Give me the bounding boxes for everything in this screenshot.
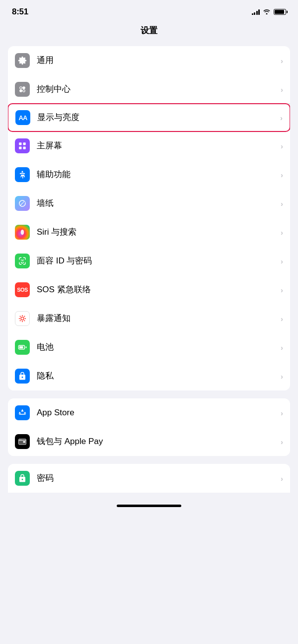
wallpaper-icon bbox=[15, 196, 30, 211]
settings-item-siri[interactable]: Siri 与搜索 › bbox=[8, 218, 290, 247]
chevron-icon: › bbox=[281, 438, 283, 446]
status-time: 8:51 bbox=[12, 7, 28, 17]
svg-rect-24 bbox=[19, 440, 22, 441]
settings-item-general[interactable]: 通用 › bbox=[8, 46, 290, 75]
general-icon bbox=[15, 53, 30, 68]
svg-point-8 bbox=[22, 171, 23, 173]
faceid-label: 面容 ID 与密码 bbox=[37, 256, 278, 266]
battery-icon bbox=[15, 340, 30, 355]
svg-point-0 bbox=[20, 87, 22, 89]
settings-item-accessibility[interactable]: 辅助功能 › bbox=[8, 160, 290, 189]
exposure-icon bbox=[15, 311, 30, 326]
svg-point-14 bbox=[25, 318, 26, 319]
svg-point-9 bbox=[21, 230, 24, 235]
svg-point-18 bbox=[20, 320, 21, 321]
display-icon: AA bbox=[15, 110, 30, 125]
appstore-icon bbox=[15, 405, 30, 420]
svg-rect-20 bbox=[19, 346, 23, 349]
chevron-icon: › bbox=[281, 57, 283, 65]
sos-icon: SOS bbox=[15, 282, 30, 297]
svg-point-16 bbox=[24, 320, 25, 321]
settings-item-privacy[interactable]: 隐私 › bbox=[8, 362, 290, 390]
home-screen-icon bbox=[15, 138, 30, 153]
signal-icon bbox=[252, 9, 260, 15]
password-icon bbox=[15, 471, 30, 486]
svg-rect-7 bbox=[23, 147, 26, 149]
svg-point-12 bbox=[22, 321, 23, 322]
svg-point-2 bbox=[20, 90, 22, 92]
battery-label: 电池 bbox=[37, 342, 278, 353]
siri-label: Siri 与搜索 bbox=[37, 227, 278, 238]
status-bar: 8:51 bbox=[0, 0, 298, 21]
svg-point-13 bbox=[19, 318, 20, 319]
siri-icon bbox=[15, 225, 30, 240]
accessibility-icon bbox=[15, 167, 30, 182]
svg-point-10 bbox=[21, 317, 24, 320]
sos-label: SOS 紧急联络 bbox=[37, 284, 278, 295]
privacy-label: 隐私 bbox=[37, 371, 278, 382]
general-label: 通用 bbox=[37, 55, 278, 66]
settings-group-3: 密码 › bbox=[8, 464, 290, 493]
svg-point-11 bbox=[22, 315, 23, 316]
chevron-icon: › bbox=[281, 85, 283, 94]
svg-point-17 bbox=[24, 316, 25, 317]
control-center-icon bbox=[15, 82, 30, 97]
settings-item-appstore[interactable]: App Store › bbox=[8, 398, 290, 427]
appstore-label: App Store bbox=[37, 407, 278, 418]
home-screen-label: 主屏幕 bbox=[37, 140, 278, 151]
display-label: 显示与亮度 bbox=[37, 112, 277, 123]
svg-point-1 bbox=[23, 87, 25, 89]
wallet-label: 钱包与 Apple Pay bbox=[37, 436, 278, 447]
page-title: 设置 bbox=[0, 21, 298, 43]
chevron-icon: › bbox=[280, 114, 283, 122]
password-label: 密码 bbox=[37, 473, 278, 484]
svg-rect-4 bbox=[19, 142, 21, 145]
settings-item-display[interactable]: AA 显示与亮度 › bbox=[8, 103, 290, 132]
settings-item-battery[interactable]: 电池 › bbox=[8, 333, 290, 362]
chevron-icon: › bbox=[281, 343, 283, 352]
control-center-label: 控制中心 bbox=[37, 84, 278, 95]
settings-item-wallet[interactable]: 钱包与 Apple Pay › bbox=[8, 427, 290, 456]
settings-item-home-screen[interactable]: 主屏幕 › bbox=[8, 131, 290, 160]
home-indicator bbox=[117, 505, 181, 507]
svg-rect-6 bbox=[19, 147, 21, 149]
wifi-icon bbox=[263, 8, 271, 16]
settings-group-2: App Store › 钱包与 Apple Pay › bbox=[8, 398, 290, 456]
wallet-icon bbox=[15, 434, 30, 449]
chevron-icon: › bbox=[281, 199, 283, 208]
settings-item-password[interactable]: 密码 › bbox=[8, 464, 290, 493]
svg-rect-23 bbox=[23, 441, 26, 443]
svg-rect-21 bbox=[19, 414, 26, 415]
chevron-icon: › bbox=[281, 228, 283, 237]
exposure-label: 暴露通知 bbox=[37, 313, 278, 324]
chevron-icon: › bbox=[281, 409, 283, 417]
wallpaper-label: 墙纸 bbox=[37, 198, 278, 209]
svg-rect-5 bbox=[23, 142, 26, 145]
status-icons bbox=[252, 8, 287, 16]
settings-item-faceid[interactable]: 面容 ID 与密码 › bbox=[8, 247, 290, 275]
settings-item-wallpaper[interactable]: 墙纸 › bbox=[8, 189, 290, 218]
svg-point-3 bbox=[23, 90, 25, 92]
privacy-icon bbox=[15, 369, 30, 384]
settings-item-control-center[interactable]: 控制中心 › bbox=[8, 75, 290, 104]
chevron-icon: › bbox=[281, 315, 283, 323]
svg-point-15 bbox=[20, 316, 21, 317]
chevron-icon: › bbox=[281, 372, 283, 381]
settings-item-sos[interactable]: SOS SOS 紧急联络 › bbox=[8, 275, 290, 304]
settings-group-1: 通用 › 控制中心 › AA 显示与亮度 › bbox=[8, 46, 290, 390]
chevron-icon: › bbox=[281, 142, 283, 150]
chevron-icon: › bbox=[281, 286, 283, 294]
chevron-icon: › bbox=[281, 257, 283, 265]
battery-icon bbox=[274, 9, 286, 15]
chevron-icon: › bbox=[281, 474, 283, 483]
accessibility-label: 辅助功能 bbox=[37, 169, 278, 180]
chevron-icon: › bbox=[281, 171, 283, 179]
faceid-icon bbox=[15, 254, 30, 268]
settings-item-exposure[interactable]: 暴露通知 › bbox=[8, 304, 290, 333]
